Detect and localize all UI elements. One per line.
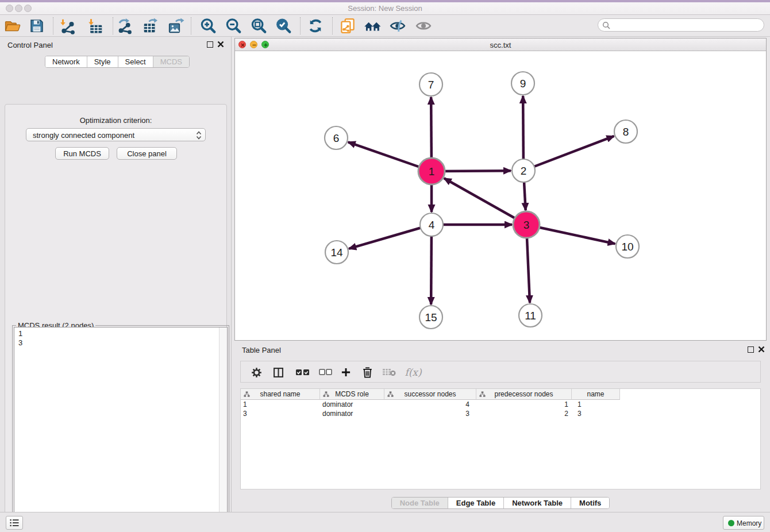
save-session-button[interactable] [27, 16, 47, 36]
optimization-criterion-label: Optimization criterion: [5, 116, 226, 125]
save-icon [29, 18, 45, 34]
delete-column-button[interactable] [360, 365, 375, 379]
network-title: scc.txt [235, 41, 766, 49]
mcds-result-values: 1 3 [18, 329, 22, 348]
zoom-out-button[interactable] [224, 16, 243, 36]
memory-label: Memory [737, 519, 761, 527]
tab-edge-table[interactable]: Edge Table [448, 498, 504, 508]
show-all-button[interactable] [414, 16, 433, 36]
control-panel-tabs: Network Style Select MCDS [45, 56, 190, 68]
delete-table-button[interactable] [380, 365, 398, 379]
cell-successor-nodes[interactable]: 3 [384, 409, 476, 418]
mcds-result-textarea[interactable]: 1 3 [14, 327, 228, 532]
export-table-button[interactable] [141, 16, 160, 36]
tab-mcds[interactable]: MCDS [153, 56, 189, 67]
tab-node-table[interactable]: Node Table [392, 498, 448, 508]
table-row[interactable]: 3 dominator 3 2 3 [241, 409, 760, 418]
close-panel-button[interactable]: Close panel [117, 147, 177, 160]
checked-boxes-icon [295, 368, 310, 377]
result-scrollbar[interactable] [219, 327, 227, 532]
search-icon [602, 21, 611, 30]
zoom-out-icon [225, 17, 242, 34]
duplicate-network-button[interactable] [338, 16, 357, 36]
memory-button[interactable]: Memory [723, 516, 764, 530]
graph-edge-2-8[interactable] [523, 136, 614, 171]
export-table-icon [142, 17, 159, 34]
column-header-shared-name[interactable]: shared name [241, 389, 320, 400]
float-panel-icon[interactable] [207, 41, 213, 48]
control-panel: Control Panel Network Style Select MCDS … [0, 37, 232, 512]
table-tabs: Node Table Edge Table Network Table Moti… [234, 497, 767, 509]
fx-icon: f(x) [405, 367, 421, 378]
export-image-button[interactable] [166, 16, 186, 36]
hide-selected-button[interactable] [388, 16, 407, 36]
column-header-predecessor-nodes[interactable]: predecessor nodes [476, 389, 572, 400]
cell-predecessor-nodes[interactable]: 1 [476, 400, 572, 409]
delete-table-icon [382, 368, 396, 377]
import-table-button[interactable] [86, 16, 105, 36]
search-field[interactable] [598, 18, 764, 32]
column-header-name[interactable]: name [572, 389, 620, 400]
criterion-dropdown[interactable]: strongly connected component [26, 128, 206, 141]
open-file-button[interactable] [3, 16, 22, 36]
toolbar-separator [113, 17, 113, 34]
zoom-in-button[interactable] [198, 16, 218, 36]
export-network-button[interactable] [116, 16, 135, 36]
deselect-all-button[interactable] [317, 365, 334, 379]
graph-node-label: 11 [525, 310, 536, 322]
function-builder-button[interactable]: f(x) [403, 365, 423, 379]
tab-network-table[interactable]: Network Table [504, 498, 571, 508]
eye-icon [415, 17, 432, 34]
network-titlebar[interactable]: scc.txt [235, 38, 766, 51]
toolbar-separator [300, 17, 301, 34]
zoom-in-icon [199, 17, 217, 34]
task-history-button[interactable] [6, 516, 23, 530]
refresh-layout-button[interactable] [306, 16, 325, 36]
float-panel-icon[interactable] [748, 346, 754, 353]
close-panel-icon[interactable] [217, 41, 224, 48]
tab-network[interactable]: Network [45, 56, 87, 67]
show-columns-button[interactable] [271, 365, 286, 379]
cell-mcds-role[interactable]: dominator [320, 409, 384, 418]
tab-select[interactable]: Select [118, 56, 153, 67]
run-mcds-button[interactable]: Run MCDS [55, 147, 109, 160]
network-canvas[interactable]: 7968124314101511 [235, 51, 766, 340]
tab-style[interactable]: Style [87, 56, 118, 67]
window-title: Session: New Session [0, 4, 770, 13]
cell-successor-nodes[interactable]: 4 [384, 400, 476, 409]
column-header-mcds-role[interactable]: MCDS role [320, 389, 384, 400]
import-network-button[interactable] [57, 16, 77, 36]
cell-mcds-role[interactable]: dominator [320, 400, 384, 409]
zoom-fit-button[interactable] [249, 16, 268, 36]
attribute-icon [387, 391, 394, 398]
cell-predecessor-nodes[interactable]: 2 [476, 409, 572, 418]
column-label: successor nodes [404, 390, 456, 398]
window-titlebar: Session: New Session [0, 0, 770, 15]
cell-shared-name[interactable]: 1 [241, 400, 320, 409]
cell-name[interactable]: 3 [572, 409, 620, 418]
create-column-button[interactable] [338, 365, 353, 379]
import-network-icon [59, 17, 76, 34]
control-panel-title: Control Panel [7, 41, 53, 49]
plus-icon [340, 367, 352, 378]
memory-status-icon [728, 520, 734, 526]
status-bar: Memory [0, 512, 770, 532]
table-settings-button[interactable] [249, 365, 264, 379]
graph-node-label: 9 [520, 78, 526, 90]
toolbar-separator [191, 17, 191, 34]
search-input[interactable] [614, 20, 759, 30]
table-row[interactable]: 1 dominator 4 1 1 [241, 400, 760, 409]
titlebar-accent [0, 0, 770, 2]
graph-edge-4-14[interactable] [349, 225, 432, 249]
cell-name[interactable]: 1 [572, 400, 620, 409]
cell-shared-name[interactable]: 3 [241, 409, 320, 418]
control-panel-header: Control Panel [0, 37, 231, 53]
tab-motifs[interactable]: Motifs [571, 498, 609, 508]
graph-edge-3-1[interactable] [444, 178, 526, 225]
first-neighbors-button[interactable] [363, 16, 383, 36]
zoom-selected-button[interactable] [274, 16, 293, 36]
column-header-successor-nodes[interactable]: successor nodes [384, 389, 476, 400]
select-all-button[interactable] [294, 365, 312, 379]
close-panel-icon[interactable] [758, 346, 765, 353]
column-header-filler [620, 389, 760, 400]
